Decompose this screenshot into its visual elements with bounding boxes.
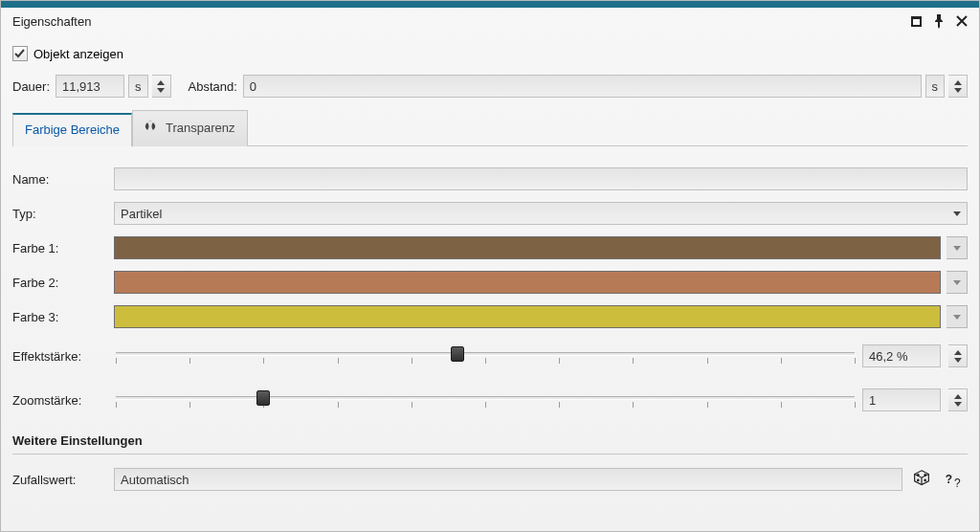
spinner-up-icon[interactable] bbox=[157, 80, 165, 88]
color1-dropdown[interactable] bbox=[947, 236, 968, 259]
effect-strength-value[interactable]: 46,2 % bbox=[862, 344, 941, 367]
spinner-down-icon[interactable] bbox=[954, 358, 962, 363]
random-value[interactable]: Automatisch bbox=[114, 468, 902, 491]
show-object-checkbox[interactable] bbox=[12, 46, 28, 61]
titlebar: Eigenschaften bbox=[1, 8, 979, 33]
spinner-up-icon[interactable] bbox=[954, 350, 962, 358]
spinner-down-icon[interactable] bbox=[954, 402, 962, 407]
more-settings-heading: Weitere Einstellungen bbox=[12, 422, 968, 454]
svg-text:?: ? bbox=[946, 473, 952, 486]
spacing-spinner[interactable] bbox=[948, 75, 968, 98]
spacing-label: Abstand: bbox=[189, 79, 239, 94]
tab-label: Transparenz bbox=[166, 121, 235, 135]
color3-label: Farbe 3: bbox=[12, 310, 108, 324]
svg-point-1 bbox=[924, 475, 925, 476]
effect-strength-spinner[interactable] bbox=[948, 344, 968, 367]
duration-unit: s bbox=[128, 75, 148, 98]
color1-label: Farbe 1: bbox=[12, 241, 108, 255]
spinner-down-icon[interactable] bbox=[157, 88, 165, 93]
duration-spinner[interactable] bbox=[152, 75, 171, 98]
spinner-up-icon[interactable] bbox=[954, 80, 962, 88]
zoom-strength-value[interactable]: 1 bbox=[862, 388, 941, 411]
svg-point-2 bbox=[918, 479, 919, 480]
tab-label: Farbige Bereiche bbox=[25, 122, 120, 137]
tabs: Farbige Bereiche Transparenz bbox=[12, 109, 968, 146]
panel-title: Eigenschaften bbox=[12, 14, 91, 29]
spacing-unit: s bbox=[925, 75, 946, 98]
tab-transparency[interactable]: Transparenz bbox=[132, 110, 248, 146]
duration-input[interactable]: 11,913 bbox=[56, 75, 124, 98]
color3-dropdown[interactable] bbox=[947, 305, 968, 328]
transparency-icon bbox=[145, 119, 160, 137]
type-value: Partikel bbox=[121, 207, 162, 221]
color2-label: Farbe 2: bbox=[12, 276, 108, 290]
close-button[interactable] bbox=[954, 13, 969, 29]
spacing-input[interactable]: 0 bbox=[243, 75, 922, 98]
color2-swatch[interactable] bbox=[114, 271, 941, 294]
dice-button[interactable] bbox=[908, 468, 935, 491]
window-accent-bar bbox=[1, 1, 979, 8]
zoom-strength-slider[interactable] bbox=[116, 388, 855, 412]
zoom-strength-spinner[interactable] bbox=[948, 388, 968, 411]
name-label: Name: bbox=[12, 172, 108, 187]
maximize-button[interactable] bbox=[908, 13, 924, 29]
zoom-strength-label: Zoomstärke: bbox=[12, 393, 108, 408]
color1-swatch[interactable] bbox=[114, 236, 941, 259]
type-label: Typ: bbox=[12, 207, 108, 221]
color2-dropdown[interactable] bbox=[947, 271, 968, 294]
tab-colored-areas[interactable]: Farbige Bereiche bbox=[12, 113, 132, 146]
pin-button[interactable] bbox=[931, 13, 947, 29]
effect-strength-label: Effektstärke: bbox=[12, 349, 108, 364]
type-select[interactable]: Partikel bbox=[114, 202, 968, 225]
name-input[interactable] bbox=[114, 167, 968, 190]
show-object-label: Objekt anzeigen bbox=[33, 47, 123, 61]
duration-label: Dauer: bbox=[12, 79, 52, 94]
color3-swatch[interactable] bbox=[114, 305, 941, 328]
spinner-down-icon[interactable] bbox=[954, 88, 962, 93]
spinner-up-icon[interactable] bbox=[954, 394, 962, 402]
random-label: Zufallswert: bbox=[12, 473, 108, 487]
svg-point-3 bbox=[924, 479, 925, 480]
effect-strength-slider[interactable] bbox=[116, 344, 855, 368]
svg-text:?: ? bbox=[954, 477, 961, 490]
chevron-down-icon bbox=[953, 211, 961, 216]
help-button[interactable]: ?? bbox=[941, 468, 968, 491]
slider-thumb[interactable] bbox=[256, 390, 270, 406]
slider-thumb[interactable] bbox=[451, 346, 464, 362]
svg-point-0 bbox=[918, 475, 919, 476]
